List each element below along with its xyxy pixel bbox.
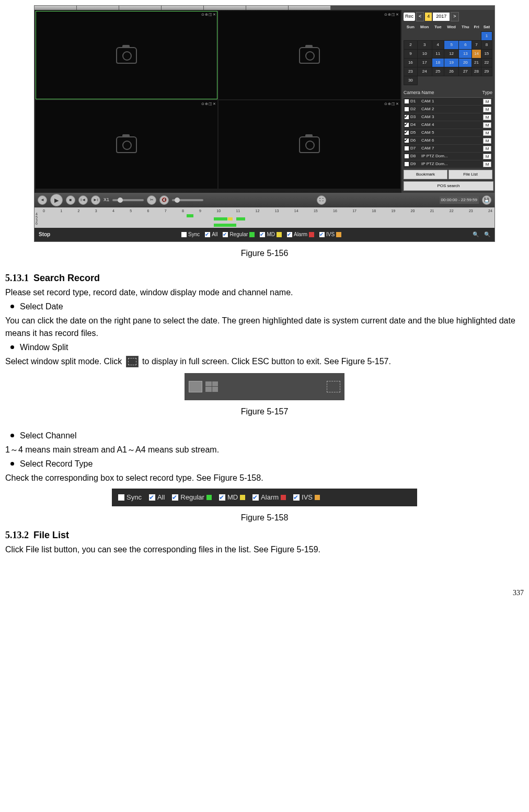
alarm-check[interactable]: Alarm xyxy=(287,230,314,238)
section-text: 1～4 means main stream and A1～A4 means su… xyxy=(5,444,524,456)
video-pane-1[interactable]: ⊙⊕◫✕ xyxy=(36,11,217,99)
mute-button[interactable]: 🔇 xyxy=(159,195,169,205)
fullscreen-icon[interactable] xyxy=(327,381,340,392)
bullet-select-date: Select Date xyxy=(5,300,524,313)
sync-check[interactable]: Sync xyxy=(118,492,142,503)
pos-search-button[interactable]: POS search xyxy=(404,181,493,191)
section-text: Select window split mode. Click to displ… xyxy=(5,355,524,368)
camera-row[interactable]: D7CAM 7M xyxy=(404,145,492,152)
camera-icon xyxy=(299,47,320,64)
camera-row[interactable]: D8IP PTZ Dom...M xyxy=(404,153,492,160)
bullet-select-channel: Select Channel xyxy=(5,430,524,442)
camera-row[interactable]: D2CAM 2M xyxy=(404,106,492,113)
fullscreen-icon xyxy=(126,356,139,367)
calendar[interactable]: SunMonTueWedThuFriSat 123456789101112131… xyxy=(404,23,492,85)
playback-app-screenshot: ⊙⊕◫✕ ⊙⊕◫✕ ⊙⊕◫✕ ⊙⊕◫✕ Rec < 4 2017 > SunMo… xyxy=(34,5,495,242)
bullet-window-split: Window Split xyxy=(5,341,524,354)
prev-month-button[interactable]: < xyxy=(416,12,424,21)
bullet-select-record-type: Select Record Type xyxy=(5,458,524,470)
alarm-check[interactable]: Alarm xyxy=(252,492,286,503)
timeline[interactable]: 0123456789101112131415161718192021222324… xyxy=(34,207,494,228)
camera-icon xyxy=(116,47,137,64)
sync-check[interactable]: Sync xyxy=(181,230,200,238)
single-view-icon[interactable] xyxy=(189,381,202,392)
regular-check[interactable]: Regular xyxy=(172,492,212,503)
section-5-13-1-heading: 5.13.1 Search Record xyxy=(5,271,524,285)
camera-row[interactable]: D5CAM 5M xyxy=(404,129,492,136)
video-pane-2[interactable]: ⊙⊕◫✕ xyxy=(218,11,400,99)
fullscreen-button[interactable]: ⛶ xyxy=(317,195,326,205)
ivs-check[interactable]: IVS xyxy=(319,230,341,238)
figure-caption-157: Figure 5-157 xyxy=(5,405,524,418)
playback-bar: ◄ ▶ ■ I◄ ►I X1 ✂ 🔇 ⛶ 00:00:00 - 22:59:59… xyxy=(34,193,494,207)
md-check[interactable]: MD xyxy=(219,492,245,503)
camera-name-header: Camera Name xyxy=(404,89,434,97)
regular-check[interactable]: Regular xyxy=(223,230,255,238)
camera-row[interactable]: D1CAM 1M xyxy=(404,98,492,105)
month-field[interactable]: 4 xyxy=(425,13,432,21)
section-text: Please set record type, record date, win… xyxy=(5,286,524,299)
snapshot-button[interactable]: ✂ xyxy=(147,195,156,205)
time-range: 00:00:00 - 22:59:59 xyxy=(440,196,479,204)
camera-icon xyxy=(116,136,137,153)
step-button[interactable]: I◄ xyxy=(78,195,88,205)
speed-label: X1 xyxy=(104,196,109,204)
file-list-button[interactable]: File List xyxy=(448,170,492,179)
all-check[interactable]: All xyxy=(149,492,165,503)
right-side-panel: Rec < 4 2017 > SunMonTueWedThuFriSat 123… xyxy=(401,10,494,193)
clip-button[interactable]: 💾 xyxy=(482,195,491,205)
stop-label: Stop xyxy=(39,230,50,238)
camera-icon xyxy=(299,136,320,153)
step-fwd-button[interactable]: ►I xyxy=(91,195,100,205)
camera-row[interactable]: D3CAM 3M xyxy=(404,113,492,121)
section-5-13-2-heading: 5.13.2 File List xyxy=(5,528,524,542)
figure-caption-156: Figure 5-156 xyxy=(5,247,524,260)
next-month-button[interactable]: > xyxy=(451,12,458,21)
play-button[interactable]: ▶ xyxy=(50,194,63,206)
page-number: 337 xyxy=(5,587,524,598)
figure-caption-158: Figure 5-158 xyxy=(5,512,524,524)
quad-view-icon[interactable] xyxy=(205,381,218,392)
camera-row[interactable]: D6CAM 6M xyxy=(404,137,492,144)
footer-bar: Stop Sync All Regular MD Alarm IVS 🔍 🔍 xyxy=(34,228,494,241)
zoom-in-icon[interactable]: 🔍 xyxy=(473,230,479,238)
volume-slider[interactable] xyxy=(172,199,203,201)
md-check[interactable]: MD xyxy=(260,230,282,238)
section-text: You can click the date on the right pane… xyxy=(5,315,524,340)
video-pane-area: ⊙⊕◫✕ ⊙⊕◫✕ ⊙⊕◫✕ ⊙⊕◫✕ xyxy=(34,10,401,193)
stop-button[interactable]: ■ xyxy=(66,195,75,205)
camera-type-header: Type xyxy=(482,89,492,97)
bookmark-button[interactable]: Bookmark xyxy=(404,170,447,179)
figure-157-image xyxy=(185,373,344,400)
speed-slider[interactable] xyxy=(112,199,144,201)
prev-button[interactable]: ◄ xyxy=(38,195,47,205)
year-field[interactable]: 2017 xyxy=(433,13,450,21)
camera-row[interactable]: D9IP PTZ Dom...M xyxy=(404,160,492,168)
video-pane-3[interactable]: ⊙⊕◫✕ xyxy=(36,100,217,189)
ivs-check[interactable]: IVS xyxy=(293,492,320,503)
camera-list: D1CAM 1MD2CAM 2MD3CAM 3MD4CAM 4MD5CAM 5M… xyxy=(404,98,492,168)
top-tabs xyxy=(34,6,494,10)
rec-label: Rec xyxy=(404,13,415,21)
figure-158-image: Sync All Regular MD Alarm IVS xyxy=(112,489,417,506)
camera-row[interactable]: D4CAM 4M xyxy=(404,121,492,129)
zoom-out-icon[interactable]: 🔍 xyxy=(484,230,490,238)
video-pane-4[interactable]: ⊙⊕◫✕ xyxy=(218,100,400,189)
section-text: Click File list button, you can see the … xyxy=(5,543,524,556)
all-check[interactable]: All xyxy=(205,230,217,238)
section-text: Check the corresponding box to select re… xyxy=(5,472,524,484)
